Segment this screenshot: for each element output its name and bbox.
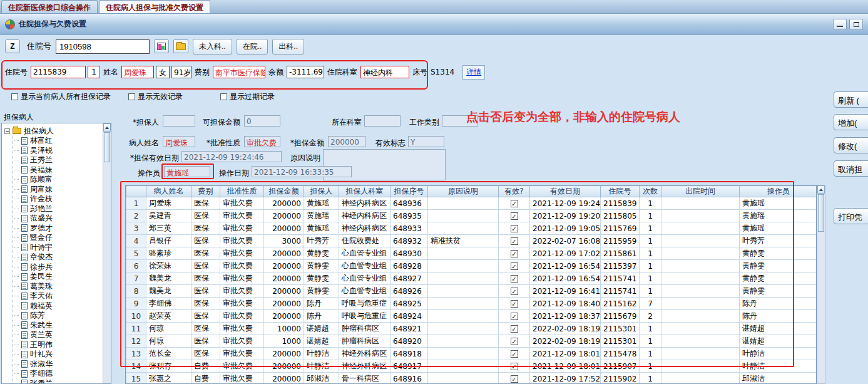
- admission-no-input[interactable]: [56, 39, 150, 54]
- approve-type-field[interactable]: 审批欠费: [244, 136, 280, 147]
- tree-item[interactable]: 范盛兴: [13, 214, 103, 224]
- table-row[interactable]: 8魏美龙医保审批欠费200000黄静雯心血管专业组648926✓2021-12-…: [126, 285, 817, 298]
- patient-admission-field[interactable]: 2115839: [31, 66, 86, 78]
- column-header[interactable]: 有效日期: [530, 186, 601, 197]
- tree-item[interactable]: 许金枝: [13, 194, 103, 204]
- column-header[interactable]: 担保序号: [391, 186, 428, 197]
- column-header[interactable]: 病人姓名: [146, 186, 191, 197]
- table-row[interactable]: 6徐荣妹医保审批欠费200000黄静雯心血管专业组648928✓2021-12-…: [126, 260, 817, 272]
- tree-item[interactable]: 暨金仔: [13, 233, 103, 243]
- table-row[interactable]: 15张惠之自费审批欠费200000邱淑洁骨一科病区648916✓2021-12-…: [126, 373, 817, 384]
- checkbox-icon[interactable]: [128, 93, 135, 100]
- column-header[interactable]: 担保人科室: [339, 186, 391, 197]
- tree-item[interactable]: 王秀兰: [13, 155, 103, 165]
- column-header[interactable]: 有效?: [499, 186, 530, 197]
- table-row[interactable]: 13范长金医保审批欠费200000叶静洁神经外科病区648918✓2021-12…: [126, 348, 817, 360]
- card-grid-icon-button[interactable]: [154, 39, 169, 53]
- tree-item[interactable]: 林富红: [13, 136, 103, 146]
- cell-operator: 黄静雯: [740, 272, 817, 285]
- tree-item[interactable]: 李细德: [13, 369, 103, 379]
- tree-item[interactable]: 吴福妹: [13, 165, 103, 175]
- refresh-button[interactable]: 刷新 (: [834, 91, 868, 108]
- column-header[interactable]: 出院时间: [661, 186, 740, 197]
- not-admitted-button[interactable]: 未入科..: [193, 39, 232, 54]
- collapse-icon[interactable]: [4, 128, 10, 134]
- tree-item[interactable]: 陈顺富: [13, 175, 103, 185]
- column-header[interactable]: 担保人: [304, 186, 339, 197]
- tab-guarantee-settings[interactable]: 住院病人担保与批准欠费设置: [99, 0, 210, 13]
- tree-item[interactable]: 彭艳兰: [13, 204, 103, 214]
- checkbox-icon[interactable]: [11, 93, 18, 100]
- table-row[interactable]: 5骆素珍医保审批欠费200000黄静雯心血管专业组648930✓2021-12-…: [126, 247, 817, 260]
- modify-button[interactable]: 修改(: [834, 137, 868, 153]
- column-header[interactable]: 操作员: [740, 186, 817, 197]
- tree-item[interactable]: 朱武生: [13, 321, 103, 331]
- tree-item[interactable]: 周富妹: [13, 185, 103, 195]
- minimize-button[interactable]: [833, 19, 847, 30]
- ward-field[interactable]: 神经内科: [360, 66, 409, 78]
- tree-item[interactable]: 姜民生: [13, 272, 103, 282]
- cell-type: 审批欠费: [220, 247, 264, 260]
- tree-item[interactable]: 葛美珠: [13, 282, 103, 292]
- table-row[interactable]: 11何琼医保审批欠费10000谌婧超肿瘤科病区648921✓2022-02-09…: [126, 323, 817, 335]
- document-icon: [21, 273, 28, 281]
- folder-icon-button[interactable]: [173, 39, 188, 53]
- tree-item[interactable]: 李天佑: [13, 291, 103, 301]
- column-header[interactable]: 担保金额: [264, 186, 304, 197]
- add-button[interactable]: 增加(: [834, 114, 868, 130]
- tree-item[interactable]: 王明伟: [13, 340, 103, 350]
- cancel-guarantee-button[interactable]: 取消担: [834, 160, 868, 177]
- tree-item[interactable]: 叶诗宇: [13, 243, 103, 253]
- tree-item[interactable]: 张淑华: [13, 360, 103, 370]
- table-row[interactable]: 12何琼医保审批欠费1000谌婧超肿瘤科病区648920✓2022-02-09 …: [126, 335, 817, 348]
- tree-root-label: 担保病人: [24, 126, 54, 137]
- filter-invalid-records[interactable]: 显示无效记录: [128, 91, 183, 102]
- tree-item[interactable]: 罗德才: [13, 224, 103, 234]
- filter-all-records[interactable]: 显示当前病人所有担保记录: [11, 91, 111, 102]
- z-button[interactable]: Z: [5, 39, 20, 53]
- tree-item[interactable]: 章俊杰: [13, 252, 103, 262]
- scroll-thumb[interactable]: [104, 132, 110, 162]
- table-row[interactable]: 4吕银仔医保审批欠费3000叶秀芳住院收费处648932精准扶贫✓2022-02…: [126, 235, 817, 247]
- column-header[interactable]: 次数: [640, 186, 661, 197]
- discharged-button[interactable]: 出科..: [272, 39, 304, 54]
- guarantor-field[interactable]: [163, 115, 195, 127]
- filter-expired-records[interactable]: 显示过期记录: [220, 91, 275, 102]
- patient-seq-field[interactable]: 1: [88, 66, 100, 78]
- tree-item[interactable]: 黄兰英: [13, 330, 103, 340]
- tree-item[interactable]: 叶礼兴: [13, 350, 103, 360]
- column-header[interactable]: 费别: [191, 186, 220, 197]
- table-scrollbar[interactable]: [817, 185, 825, 384]
- checkbox-icon[interactable]: [220, 93, 227, 100]
- table-row[interactable]: 9李细佛医保审批欠费200000陈丹呼吸与危重症648925✓2021-12-0…: [126, 298, 817, 310]
- table-row[interactable]: 2吴建青医保审批欠费200000黄施瑶神经内科病区648935✓2021-12-…: [126, 210, 817, 222]
- detail-link[interactable]: 详情: [462, 65, 485, 80]
- column-header[interactable]: 原因说明: [428, 186, 499, 197]
- scroll-thumb[interactable]: [818, 194, 824, 232]
- valid-date-field[interactable]: 2021-12-09 19:24:46: [181, 151, 282, 162]
- scroll-up-icon[interactable]: [817, 185, 825, 194]
- tree-item[interactable]: 陈芳: [13, 311, 103, 321]
- table-row[interactable]: 1周爱珠医保审批欠费200000黄施瑶神经内科病区648936✓2021-12-…: [126, 197, 817, 210]
- column-header[interactable]: [126, 186, 146, 197]
- column-header[interactable]: 住院号: [601, 186, 640, 197]
- table-row[interactable]: 3郑三英医保审批欠费200000黄施瑶神经内科病区648933✓2021-12-…: [126, 222, 817, 235]
- tree-root-node[interactable]: 担保病人: [4, 126, 103, 136]
- maximize-button[interactable]: [849, 19, 863, 30]
- in-hospital-button[interactable]: 在院..: [237, 39, 268, 54]
- tree-item[interactable]: 吴泽锐: [13, 146, 103, 156]
- table-row[interactable]: 10赵荣英医保审批欠费200000陈丹呼吸与危重症648924✓2021-12-…: [126, 310, 817, 323]
- tree-item[interactable]: 徐步兵: [13, 262, 103, 272]
- table-row[interactable]: 7魏美龙医保审批欠费200000黄静雯心血管专业组648927✓2021-12-…: [126, 272, 817, 285]
- tree-scrollbar[interactable]: [103, 123, 111, 383]
- tab-insurance-interface[interactable]: 住院新医保接口综合操作: [1, 0, 98, 13]
- tree-item[interactable]: 赖福英: [13, 301, 103, 311]
- table-row[interactable]: 14张积存自费审批欠费200000叶静洁神经外科病区648917✓2021-12…: [126, 360, 817, 373]
- patient-name-field[interactable]: 周爱珠: [121, 66, 154, 78]
- print-voucher-button[interactable]: 打印凭: [834, 208, 868, 224]
- tree-item[interactable]: 张秀兰: [13, 379, 103, 384]
- column-header[interactable]: 批准性质: [220, 186, 264, 197]
- scroll-up-icon[interactable]: [103, 123, 111, 132]
- guarantee-amount-field[interactable]: 200000: [328, 136, 365, 147]
- fee-type-field[interactable]: 南平市医疗保险: [213, 66, 265, 78]
